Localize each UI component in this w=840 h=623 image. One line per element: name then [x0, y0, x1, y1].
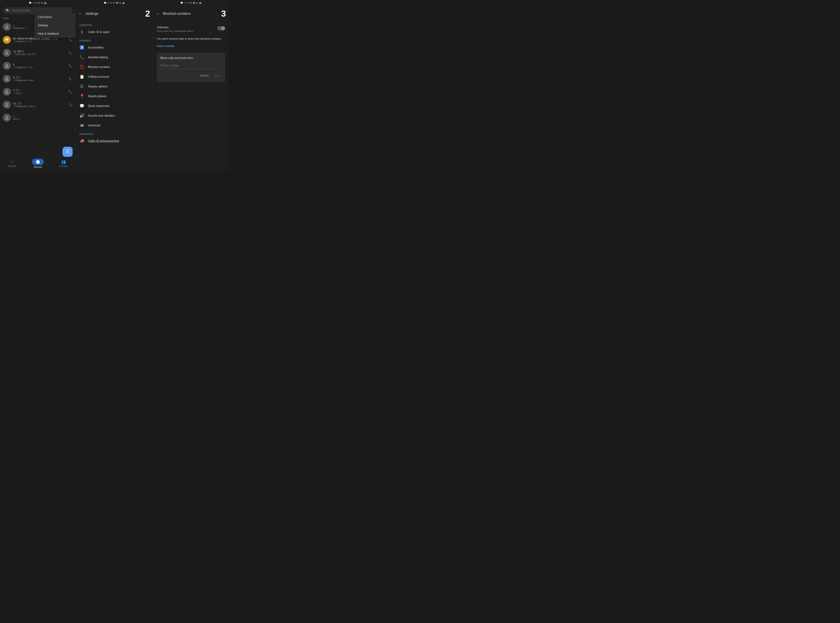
panel-blocked-numbers: 💬 ✔ in M 🖼 ⊕ ✍ ← Blocked numbers 3 Unkno…	[153, 0, 229, 171]
settings-assisted-dialing[interactable]: 📞 Assisted dialing	[76, 52, 153, 62]
extra-icon-3: 🖼	[116, 2, 118, 4]
call-item-5[interactable]: 0 📱 ↗ Philippines • Wed 📞	[0, 72, 75, 85]
settings-sounds-vibration[interactable]: 🔊 Sounds and vibration	[76, 111, 153, 121]
add-number-button[interactable]: Add a number	[157, 42, 225, 50]
call-phone-icon-4[interactable]: 📞	[69, 64, 73, 68]
gmail-icon-3: M	[190, 2, 192, 4]
avatar-1	[3, 23, 11, 31]
call-badge-7: 📱	[17, 102, 21, 105]
phone-number-input[interactable]	[161, 63, 222, 69]
block-button[interactable]: Block	[214, 72, 222, 78]
unknown-sublabel: Block calls from unidentified callers	[157, 30, 193, 32]
call-item-3[interactable]: +1 02 📱 ↗ Edmonton, AB • Fri 📞	[0, 46, 75, 59]
quick-responses-icon: 💬	[79, 104, 84, 108]
contacts-icon: 👥	[61, 160, 66, 164]
call-direction-icon-4: ↙	[13, 66, 15, 69]
cancel-button[interactable]: Cancel	[199, 72, 210, 78]
settings-accessibility[interactable]: ♿ Accessibility	[76, 43, 153, 52]
call-badge-6: 📱	[15, 89, 20, 92]
call-phone-icon-5[interactable]: 📞	[69, 77, 73, 81]
section-general: GENERAL	[76, 37, 153, 43]
search-input[interactable]	[12, 9, 70, 12]
settings-caller-id-announcement[interactable]: 📣 Caller ID announcement	[76, 136, 153, 146]
nearby-places-icon: 📍	[79, 94, 84, 98]
call-phone-icon-2[interactable]: 📞	[69, 38, 73, 42]
avatar-2	[3, 36, 11, 44]
call-detail-7: ↗ Philippines • May 6	[13, 105, 66, 107]
blocked-numbers-label: Blocked numbers	[88, 66, 110, 69]
settings-blocked-numbers[interactable]: 🚫 Blocked numbers	[76, 62, 153, 72]
call-phone-icon-6[interactable]: 📞	[69, 90, 73, 94]
calling-accounts-icon: 📋	[79, 74, 84, 79]
panel-recents: 💬 ✔ in M ⊕ ✍ 🔍 Call history Settings Hel…	[0, 0, 76, 171]
blocked-header: ← Blocked numbers 3	[153, 6, 229, 21]
call-phone-icon-7[interactable]: 📞	[69, 103, 73, 107]
avatar-4	[3, 62, 11, 70]
voicemail-label: Voicemail	[88, 124, 100, 127]
dropdown-call-history[interactable]: Call history	[34, 13, 75, 21]
status-bar-3: 💬 ✔ in M 🖼 ⊕ ✍	[153, 0, 229, 6]
settings-header: ← Settings 2	[76, 6, 153, 21]
dropdown-settings[interactable]: Settings	[34, 21, 75, 29]
linkedin-icon: in	[35, 2, 37, 4]
settings-calling-accounts[interactable]: 📋 Calling accounts	[76, 72, 153, 82]
messenger-icon: 💬	[29, 2, 32, 4]
call-name-3: +1 02 📱	[13, 50, 66, 53]
extra-icon-5: ✍	[122, 2, 125, 4]
nav-favorites[interactable]: ☆ Favorites	[8, 160, 17, 167]
call-direction-icon-2: ↗	[13, 40, 15, 43]
dropdown-help-feedback[interactable]: Help & feedback	[34, 29, 75, 38]
call-info-7: 11 📱 ↗ Philippines • May 6	[13, 102, 66, 107]
avatar-6	[3, 88, 11, 96]
settings-display-options[interactable]: ☰ Display options	[76, 82, 153, 91]
settings-title: Settings	[86, 12, 98, 16]
contacts-label: Contacts	[59, 165, 68, 167]
call-item-8[interactable]: ↗ May 6 ⠿	[0, 111, 75, 124]
call-info-3: +1 02 📱 ↗ Edmonton, AB • Fri	[13, 50, 66, 56]
status-bar-2: 💬 ✔ in M 🖼 ⊕ ✍	[76, 0, 153, 6]
blocked-content: Unknown Block calls from unidentified ca…	[153, 21, 229, 88]
settings-back-button[interactable]: ←	[78, 11, 83, 16]
check-icon-2: ✔	[107, 2, 109, 4]
call-item-6[interactable]: 7 📱 ↗ May 6 📞	[0, 85, 75, 98]
call-name-7: 11 📱	[13, 102, 66, 105]
settings-voicemail[interactable]: 📼 Voicemail	[76, 121, 153, 130]
messenger-icon-2: 💬	[104, 2, 107, 4]
extra-icon-4: ⊕	[119, 2, 121, 4]
settings-caller-id-spam[interactable]: ℹ Caller ID & spam	[76, 27, 153, 37]
unknown-toggle[interactable]	[217, 26, 225, 31]
settings-nearby-places[interactable]: 📍 Nearby places	[76, 91, 153, 101]
call-info-6: 7 📱 ↗ May 6	[13, 89, 66, 95]
call-name-6: 7 📱	[13, 89, 66, 92]
call-badge-3: 02 📱	[17, 50, 24, 53]
extra-icon-7: ⊕	[196, 2, 198, 4]
fab-dialpad[interactable]: ⠿	[63, 147, 73, 157]
call-detail-8: May 6	[13, 118, 73, 120]
panel-number-3: 3	[221, 9, 226, 18]
blocked-back-button[interactable]: ←	[156, 11, 160, 16]
nav-contacts[interactable]: 👥 Contacts	[59, 160, 68, 167]
block-dialog: Block calls and texts from Cancel Block	[157, 53, 225, 82]
caller-id-announcement-label: Caller ID announcement	[88, 140, 119, 143]
recents-active-bg: 🕐	[32, 159, 44, 165]
nearby-places-label: Nearby places	[88, 95, 106, 98]
call-info-5: 0 📱 ↗ Philippines • Wed	[13, 76, 66, 82]
call-detail-6: ↗ May 6	[13, 92, 66, 95]
search-icon: 🔍	[6, 9, 10, 12]
recents-label: Recents	[34, 166, 42, 168]
call-item-4[interactable]: 0 ↙ Philippines • Thu 📞	[0, 59, 75, 72]
call-item-7[interactable]: 11 📱 ↗ Philippines • May 6 📞	[0, 98, 75, 111]
messenger-icon-3: 💬	[181, 2, 183, 4]
blocked-info-text: You won't receive calls or texts from bl…	[157, 34, 225, 42]
calling-accounts-label: Calling accounts	[88, 75, 109, 78]
call-direction-icon-7: ↗	[13, 105, 15, 107]
call-phone-icon-3[interactable]: 📞	[69, 51, 73, 55]
blocked-numbers-icon: 🚫	[79, 65, 84, 69]
assisted-dialing-label: Assisted dialing	[88, 56, 108, 59]
display-options-icon: ☰	[79, 84, 84, 89]
settings-quick-responses[interactable]: 💬 Quick responses	[76, 101, 153, 111]
block-dialog-title: Block calls and texts from	[161, 57, 222, 60]
call-badge-5: 📱	[15, 76, 20, 79]
voicemail-icon: 📼	[79, 123, 84, 128]
nav-recents[interactable]: 🕐 Recents	[32, 159, 44, 168]
